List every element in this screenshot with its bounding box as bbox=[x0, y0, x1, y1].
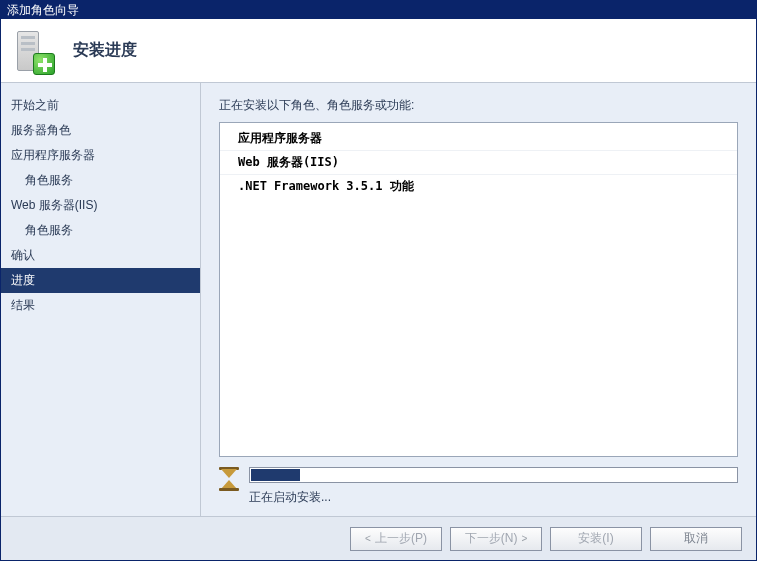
instruction-text: 正在安装以下角色、角色服务或功能: bbox=[219, 97, 738, 114]
hourglass-icon bbox=[219, 467, 239, 491]
chevron-right-icon: > bbox=[521, 533, 527, 544]
sidebar-item-app-server[interactable]: 应用程序服务器 bbox=[1, 143, 200, 168]
install-list: 应用程序服务器 Web 服务器(IIS) .NET Framework 3.5.… bbox=[219, 122, 738, 457]
server-add-icon bbox=[11, 27, 55, 75]
progress-bar bbox=[249, 467, 738, 483]
sidebar-item-web-server[interactable]: Web 服务器(IIS) bbox=[1, 193, 200, 218]
next-button-label: 下一步(N) bbox=[465, 530, 518, 547]
sidebar-item-web-role-services[interactable]: 角色服务 bbox=[1, 218, 200, 243]
install-button[interactable]: 安装(I) bbox=[550, 527, 642, 551]
sidebar: 开始之前 服务器角色 应用程序服务器 角色服务 Web 服务器(IIS) 角色服… bbox=[1, 83, 201, 516]
progress-fill bbox=[251, 469, 300, 481]
wizard-window: 添加角色向导 安装进度 开始之前 服务器角色 应用程序服务器 角色服务 Web … bbox=[0, 0, 757, 561]
next-button[interactable]: 下一步(N) > bbox=[450, 527, 542, 551]
progress-area: 正在启动安装... bbox=[219, 467, 738, 506]
sidebar-item-progress[interactable]: 进度 bbox=[1, 268, 200, 293]
sidebar-item-before-begin[interactable]: 开始之前 bbox=[1, 93, 200, 118]
cancel-button-label: 取消 bbox=[684, 530, 708, 547]
footer: < 上一步(P) 下一步(N) > 安装(I) 取消 bbox=[1, 516, 756, 560]
install-button-label: 安装(I) bbox=[578, 530, 613, 547]
list-item: Web 服务器(IIS) bbox=[220, 150, 737, 174]
header: 安装进度 bbox=[1, 19, 756, 83]
sidebar-item-server-roles[interactable]: 服务器角色 bbox=[1, 118, 200, 143]
progress-label: 正在启动安装... bbox=[249, 489, 738, 506]
window-title: 添加角色向导 bbox=[7, 2, 79, 19]
prev-button-label: 上一步(P) bbox=[375, 530, 427, 547]
list-item: .NET Framework 3.5.1 功能 bbox=[220, 174, 737, 198]
list-item: 应用程序服务器 bbox=[220, 127, 737, 150]
cancel-button[interactable]: 取消 bbox=[650, 527, 742, 551]
prev-button[interactable]: < 上一步(P) bbox=[350, 527, 442, 551]
body: 开始之前 服务器角色 应用程序服务器 角色服务 Web 服务器(IIS) 角色服… bbox=[1, 83, 756, 516]
chevron-left-icon: < bbox=[365, 533, 371, 544]
content: 正在安装以下角色、角色服务或功能: 应用程序服务器 Web 服务器(IIS) .… bbox=[201, 83, 756, 516]
sidebar-item-results[interactable]: 结果 bbox=[1, 293, 200, 318]
titlebar: 添加角色向导 bbox=[1, 1, 756, 19]
sidebar-item-app-role-services[interactable]: 角色服务 bbox=[1, 168, 200, 193]
sidebar-item-confirm[interactable]: 确认 bbox=[1, 243, 200, 268]
page-title: 安装进度 bbox=[73, 40, 137, 61]
